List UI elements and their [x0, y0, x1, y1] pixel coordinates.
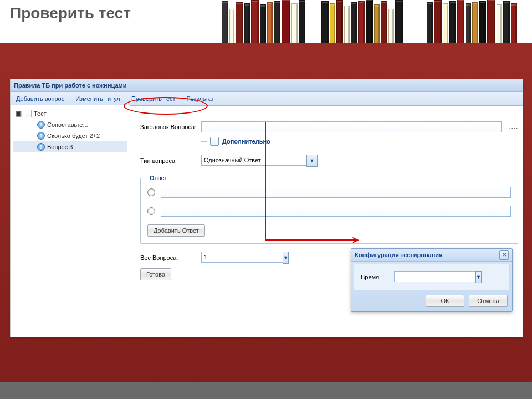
answer-legend: Ответ — [147, 175, 170, 181]
tree-item-label: Сопоставьте... — [47, 121, 88, 128]
question-icon: ? — [37, 132, 45, 140]
question-icon: ? — [37, 143, 45, 151]
add-answer-button[interactable]: Добавить Ответ — [147, 224, 205, 237]
tree-item-label: Вопрос 3 — [47, 144, 73, 150]
close-icon[interactable]: ✕ — [499, 250, 509, 260]
chevron-down-icon[interactable]: ▼ — [306, 155, 318, 167]
dialog-title: Конфигурация тестирования — [355, 252, 442, 258]
tree-item[interactable]: ? Вопрос 3 — [13, 141, 127, 152]
weight-label: Вес Вопроса: — [140, 254, 201, 261]
chevron-down-icon[interactable]: ▼ — [283, 252, 289, 264]
collapse-icon[interactable]: ▣ — [14, 109, 23, 118]
time-label: Время: — [361, 274, 394, 280]
toolbar-add-question[interactable]: Добавить вопрос — [11, 92, 70, 105]
dialog-cancel-button[interactable]: Отмена — [469, 295, 508, 307]
toolbar: Добавить вопрос Изменить титул Проверить… — [11, 92, 523, 106]
dialog-header[interactable]: Конфигурация тестирования ✕ — [351, 249, 512, 262]
done-button[interactable]: Готово — [140, 268, 171, 280]
answer-radio[interactable] — [147, 188, 155, 196]
dialog-ok-button[interactable]: ОК — [426, 295, 464, 307]
tree-root[interactable]: ▣ Тест — [13, 108, 127, 119]
question-icon: ? — [37, 121, 45, 129]
tree-item-label: Сколько будет 2+2 — [47, 132, 100, 139]
toolbar-check-test[interactable]: Проверить тест — [126, 92, 181, 105]
header-photo — [222, 0, 532, 43]
test-icon — [25, 110, 32, 117]
slide-header: Проверить тест — [0, 0, 532, 43]
tree-item[interactable]: ? Сопоставьте... — [13, 119, 127, 130]
chevron-down-icon[interactable]: ▼ — [475, 271, 482, 283]
answer-fieldset: Ответ Добавить Ответ — [140, 175, 518, 244]
answer-input[interactable] — [161, 187, 511, 198]
time-combo[interactable]: ▼ — [394, 271, 444, 283]
question-title-input[interactable] — [201, 121, 502, 132]
question-type-value[interactable] — [201, 155, 306, 166]
tree-item[interactable]: ? Сколько будет 2+2 — [13, 130, 127, 141]
tree-root-label: Тест — [34, 110, 47, 117]
answer-option — [147, 187, 511, 198]
question-title-label: Заголовок Вопроса: — [140, 123, 201, 131]
slide-title: Проверить тест — [10, 4, 131, 22]
slide-footer — [0, 382, 532, 399]
slide-body: Правила ТБ при работе с ножницами Добави… — [0, 43, 532, 399]
answer-option — [147, 206, 511, 217]
window-title-bar: Правила ТБ при работе с ножницами — [11, 79, 523, 92]
test-config-dialog: Конфигурация тестирования ✕ Время: ▼ ОК … — [351, 248, 513, 312]
toolbar-result[interactable]: Результат — [181, 92, 220, 105]
window-title: Правила ТБ при работе с ножницами — [14, 82, 126, 89]
answer-input[interactable] — [161, 206, 511, 217]
app-window: Правила ТБ при работе с ножницами Добави… — [10, 79, 523, 337]
question-type-combo[interactable]: ▼ — [201, 155, 318, 167]
more-button[interactable]: .... — [502, 124, 518, 130]
toolbar-edit-title[interactable]: Изменить титул — [70, 92, 126, 105]
weight-spinner[interactable]: ▼ — [201, 252, 257, 264]
time-input[interactable] — [394, 271, 475, 282]
answer-radio[interactable] — [147, 207, 155, 215]
extra-checkbox[interactable] — [210, 137, 219, 146]
extra-checkbox-label: Дополнительно — [222, 138, 270, 145]
weight-input[interactable] — [201, 252, 283, 263]
question-type-label: Тип вопроса: — [140, 157, 201, 164]
question-tree: ▣ Тест ? Сопоставьте... ? Сколько будет … — [11, 105, 130, 337]
